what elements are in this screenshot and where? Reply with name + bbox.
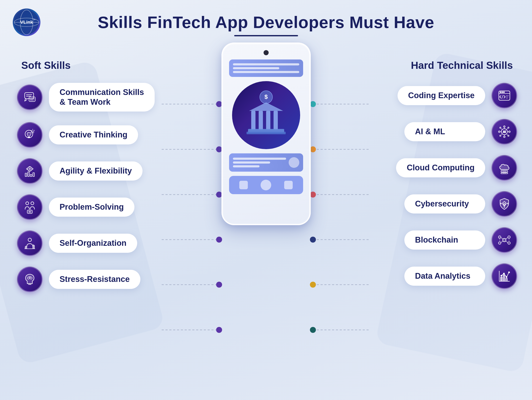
code-window-icon: [498, 89, 511, 102]
phone-bottom-line-1: [233, 158, 286, 160]
phone-ui-bar-top: [229, 60, 303, 77]
svg-point-78: [504, 206, 505, 208]
svg-point-116: [310, 192, 316, 197]
svg-rect-92: [500, 277, 502, 281]
communication-pill: Communication Skills& Team Work: [49, 83, 155, 111]
svg-point-56: [498, 131, 500, 133]
svg-point-112: [310, 101, 316, 107]
svg-line-44: [502, 95, 503, 98]
phone-ui-line-2: [233, 67, 279, 69]
hard-skills-heading: Hard Technical Skills: [411, 60, 513, 71]
agility-icon-circle: [17, 158, 43, 184]
agility-label: Agility & Flexibility: [60, 166, 132, 176]
brain-gears-icon: [23, 272, 37, 286]
svg-point-29: [28, 238, 32, 241]
phone-screen: $: [229, 60, 303, 217]
svg-point-76: [500, 203, 502, 204]
data-pill: Data Analytics: [404, 267, 485, 286]
brain-lightbulb-icon: [23, 128, 37, 142]
ai-pill: AI & ML: [404, 122, 485, 141]
cloud-stack-icon: [498, 161, 511, 175]
communication-icon-circle: [17, 85, 43, 110]
phone-nav-icon-3: [284, 181, 293, 189]
ai-circuit-icon: AI: [498, 125, 511, 139]
coding-pill: Coding Expertise: [398, 86, 485, 105]
svg-line-17: [31, 130, 32, 131]
ai-label: AI & ML: [415, 127, 475, 137]
svg-line-59: [501, 128, 502, 129]
stress-pill: Stress-Resistance: [49, 270, 140, 289]
svg-line-84: [501, 238, 503, 239]
chart-analytics-icon: [498, 269, 511, 283]
phone-camera: [264, 50, 269, 55]
coding-icon-circle: [492, 83, 517, 108]
svg-rect-34: [33, 245, 34, 249]
svg-point-122: [310, 327, 316, 333]
skill-item-coding: Coding Expertise: [396, 83, 517, 108]
phone-ui-bar-bottom: [229, 153, 303, 172]
ai-icon-circle: AI: [492, 119, 517, 144]
phone-body: $: [222, 43, 311, 225]
svg-rect-93: [503, 275, 505, 281]
page-wrapper: VLink ™ Skills FinTech App Developers Mu…: [0, 0, 532, 400]
creative-pill: Creative Thinking: [49, 125, 138, 144]
svg-rect-129: [273, 111, 278, 130]
svg-rect-33: [25, 247, 27, 249]
lock-circuit-icon: [498, 197, 511, 211]
svg-rect-21: [28, 172, 29, 177]
svg-point-25: [31, 202, 34, 205]
stress-label: Stress-Resistance: [60, 274, 130, 284]
skill-item-data: Data Analytics: [396, 263, 517, 289]
creative-label: Creative Thinking: [60, 130, 127, 140]
skill-item-agility: Agility & Flexibility: [17, 158, 155, 184]
svg-point-120: [310, 282, 316, 288]
self-org-pill: Self-Organization: [49, 234, 137, 253]
communication-label: Communication Skills& Team Work: [60, 87, 144, 107]
svg-point-83: [508, 242, 510, 244]
skill-item-ai: AI: [396, 119, 517, 144]
phone-mockup: $: [222, 43, 311, 225]
person-chart-icon: [23, 236, 37, 250]
problem-solving-pill: Problem-Solving: [49, 197, 134, 217]
phone-bank-circle: $: [232, 81, 300, 149]
soft-skills-heading: Soft Skills: [21, 60, 71, 71]
cloud-pill: Cloud Computing: [396, 158, 485, 177]
skill-item-problem-solving: Problem-Solving: [17, 194, 155, 220]
skill-item-communication: Communication Skills& Team Work: [17, 83, 155, 111]
problem-solving-icon-circle: [17, 194, 43, 220]
phone-nav-bar: [229, 176, 303, 194]
svg-point-80: [498, 236, 501, 238]
svg-rect-131: [247, 132, 286, 134]
cyber-pill: Cybersecurity: [404, 194, 485, 214]
phone-nav-icon-2: [260, 180, 271, 190]
svg-point-106: [216, 237, 222, 243]
phone-nav-icon-1: [239, 181, 248, 189]
blockchain-pill: Blockchain: [404, 230, 485, 250]
svg-rect-94: [506, 278, 507, 281]
svg-point-24: [26, 202, 29, 205]
skill-item-cyber: Cybersecurity: [396, 191, 517, 217]
svg-point-42: [502, 92, 503, 93]
svg-rect-26: [27, 210, 32, 214]
svg-rect-128: [266, 111, 270, 130]
svg-rect-126: [251, 111, 255, 130]
blockchain-icon-circle: [492, 227, 517, 253]
svg-text:AI: AI: [503, 130, 506, 133]
svg-rect-127: [259, 111, 263, 130]
title-text: Skills FinTech App Developers Must Have: [0, 13, 532, 32]
svg-line-65: [501, 134, 502, 135]
svg-point-81: [508, 236, 510, 238]
svg-rect-9: [29, 97, 35, 102]
svg-text:$: $: [264, 93, 268, 100]
svg-line-85: [506, 238, 508, 239]
svg-point-110: [216, 327, 222, 333]
cyber-icon-circle: [492, 191, 517, 217]
data-label: Data Analytics: [415, 271, 475, 281]
problem-solving-label: Problem-Solving: [60, 202, 124, 212]
blockchain-nodes-icon: [498, 233, 511, 247]
svg-line-61: [507, 128, 508, 129]
svg-line-63: [507, 134, 508, 135]
svg-point-82: [498, 242, 501, 244]
skill-item-creative: Creative Thinking: [17, 122, 155, 148]
phone-bottom-line-2: [233, 161, 270, 164]
